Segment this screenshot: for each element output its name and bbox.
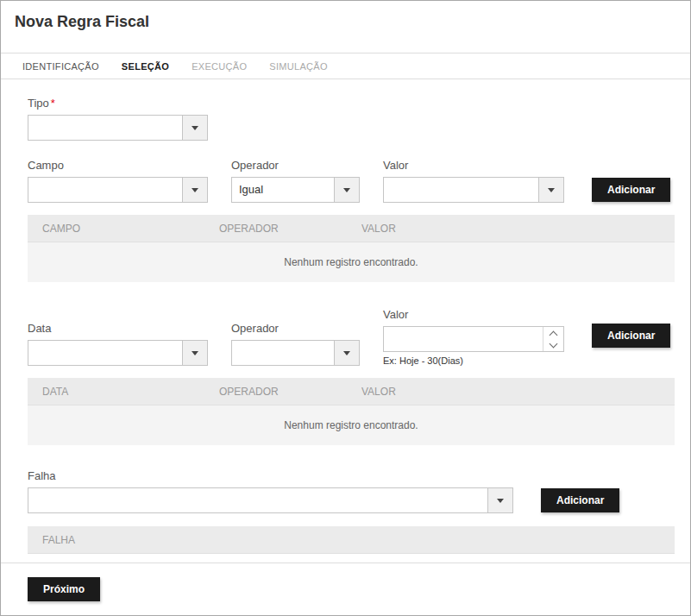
falha-select[interactable]	[28, 487, 513, 513]
campo-filter-row: Campo Operador Igual Valor	[28, 159, 673, 203]
tipo-dropdown-button[interactable]	[182, 116, 207, 140]
valor-select[interactable]	[383, 177, 564, 203]
chevron-up-icon	[550, 330, 558, 339]
column-header-operador: OPERADOR	[219, 223, 361, 235]
falha-table-header: FALHA	[28, 526, 675, 554]
data-dropdown-button[interactable]	[182, 341, 207, 365]
data-table-empty-message: Nenhum registro encontrado.	[28, 405, 675, 445]
campo-table: CAMPO OPERADOR VALOR Nenhum registro enc…	[28, 215, 675, 282]
operador-dropdown-button[interactable]	[334, 178, 359, 202]
tab-bar: IDENTIFICAÇÃO SELEÇÃO EXECUÇÃO SIMULAÇÃO	[1, 53, 690, 79]
data-select-value	[28, 341, 182, 365]
column-header-data: DATA	[28, 386, 219, 398]
column-header-valor: VALOR	[361, 386, 675, 398]
spinner-up-button[interactable]	[543, 327, 563, 339]
proximo-button[interactable]: Próximo	[28, 577, 100, 601]
chevron-down-icon	[343, 351, 350, 355]
campo-table-empty-message: Nenhum registro encontrado.	[28, 242, 675, 282]
valor-dropdown-button[interactable]	[538, 178, 563, 202]
required-asterisk: *	[51, 97, 55, 110]
valor-select-value	[384, 178, 538, 202]
chevron-down-icon	[343, 188, 350, 192]
tab-identificacao[interactable]: IDENTIFICAÇÃO	[11, 54, 110, 79]
chevron-down-icon	[497, 499, 504, 503]
column-header-valor: VALOR	[361, 223, 675, 235]
selection-form: Tipo* Campo Operador Igual	[1, 79, 690, 554]
spinner-buttons	[543, 327, 563, 351]
campo-dropdown-button[interactable]	[182, 178, 207, 202]
tab-selecao[interactable]: SELEÇÃO	[110, 54, 180, 79]
adicionar-data-button[interactable]: Adicionar	[592, 324, 670, 348]
tipo-label: Tipo*	[28, 97, 208, 110]
adicionar-campo-button[interactable]: Adicionar	[592, 178, 670, 202]
tipo-select-value	[28, 116, 182, 140]
new-fiscal-rule-page: Nova Regra Fiscal IDENTIFICAÇÃO SELEÇÃO …	[0, 0, 691, 616]
valor-label: Valor	[383, 159, 564, 172]
column-header-operador: OPERADOR	[219, 386, 361, 398]
campo-select[interactable]	[28, 177, 208, 203]
campo-table-header: CAMPO OPERADOR VALOR	[28, 215, 675, 242]
falha-table: FALHA	[28, 526, 675, 554]
operador-label: Operador	[231, 159, 360, 172]
data-operador-select[interactable]	[231, 340, 360, 366]
tipo-select[interactable]	[28, 115, 208, 141]
adicionar-falha-button[interactable]: Adicionar	[541, 488, 619, 512]
falha-label: Falha	[28, 469, 513, 482]
tab-execucao[interactable]: EXECUÇÃO	[180, 54, 258, 79]
page-footer: Próximo	[1, 563, 690, 601]
column-header-campo: CAMPO	[28, 223, 219, 235]
page-header: Nova Regra Fiscal	[1, 1, 690, 53]
data-select[interactable]	[28, 340, 208, 366]
chevron-down-icon	[192, 188, 198, 192]
operador-select[interactable]: Igual	[231, 177, 360, 203]
falha-select-value	[28, 488, 487, 512]
data-valor-hint: Ex: Hoje - 30(Dias)	[383, 355, 564, 366]
chevron-down-icon	[192, 351, 198, 355]
chevron-down-icon	[192, 126, 198, 130]
data-valor-input[interactable]	[384, 327, 543, 351]
falha-dropdown-button[interactable]	[487, 488, 512, 512]
spinner-down-button[interactable]	[543, 339, 563, 351]
page-title: Nova Regra Fiscal	[15, 13, 676, 31]
chevron-down-icon	[548, 188, 555, 192]
tipo-field-group: Tipo*	[28, 97, 208, 141]
data-table: DATA OPERADOR VALOR Nenhum registro enco…	[28, 378, 675, 445]
operador-select-value: Igual	[232, 178, 334, 202]
campo-select-value	[28, 178, 182, 202]
chevron-down-icon	[550, 339, 558, 348]
falha-filter-row: Falha Adicionar	[28, 469, 673, 513]
data-table-header: DATA OPERADOR VALOR	[28, 378, 675, 405]
data-operador-select-value	[232, 341, 334, 365]
data-label: Data	[28, 322, 208, 335]
column-header-falha: FALHA	[28, 534, 219, 546]
data-operador-dropdown-button[interactable]	[334, 341, 359, 365]
data-operador-label: Operador	[231, 322, 360, 335]
tab-simulacao[interactable]: SIMULAÇÃO	[258, 54, 339, 79]
data-filter-row: Data Operador Valor	[28, 308, 673, 366]
data-valor-label: Valor	[383, 308, 564, 321]
campo-label: Campo	[28, 159, 208, 172]
data-valor-spinner[interactable]	[383, 326, 564, 352]
